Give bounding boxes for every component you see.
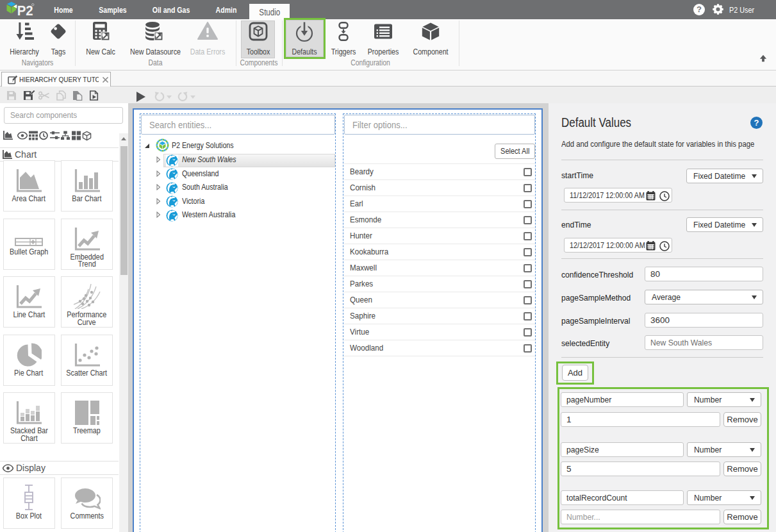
svg-text:P2: P2 (17, 3, 33, 19)
